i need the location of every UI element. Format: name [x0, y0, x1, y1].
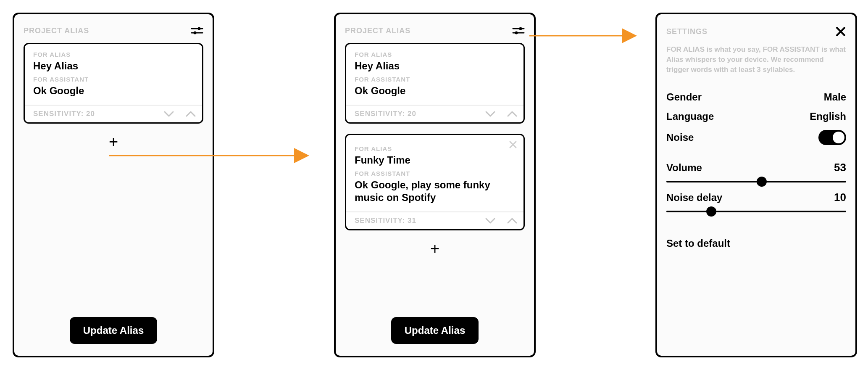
diagram-canvas: PROJECT ALIAS FOR ALIAS Hey Alias FOR AS… [0, 0, 868, 370]
chevron-down-icon[interactable] [485, 217, 496, 225]
chevron-down-icon[interactable] [485, 110, 496, 118]
toggle-knob [833, 132, 844, 143]
sensitivity-label: SENSITIVITY: 31 [355, 217, 416, 225]
close-icon[interactable] [835, 26, 846, 37]
for-alias-label: FOR ALIAS [33, 51, 194, 58]
settings-title: SETTINGS [666, 27, 708, 36]
chevron-up-icon[interactable] [507, 110, 518, 118]
close-icon[interactable] [508, 140, 518, 149]
for-alias-value[interactable]: Hey Alias [355, 60, 515, 72]
slider-thumb[interactable] [706, 206, 716, 217]
app-title: PROJECT ALIAS [24, 26, 89, 35]
for-assistant-value[interactable]: Ok Google [355, 85, 515, 97]
alias-card-body: FOR ALIAS Hey Alias FOR ASSISTANT Ok Goo… [25, 44, 202, 105]
svg-point-1 [198, 27, 201, 30]
sensitivity-steppers [485, 217, 518, 225]
settings-icon[interactable] [512, 26, 525, 35]
setting-value: 10 [834, 191, 846, 204]
set-to-default-button[interactable]: Set to default [666, 238, 846, 249]
update-alias-button[interactable]: Update Alias [391, 317, 479, 344]
panel-header: PROJECT ALIAS [345, 26, 525, 35]
for-alias-value[interactable]: Funky Time [355, 154, 515, 166]
sensitivity-row: SENSITIVITY: 31 [346, 211, 523, 229]
alias-card: FOR ALIAS Hey Alias FOR ASSISTANT Ok Goo… [24, 43, 203, 124]
for-assistant-label: FOR ASSISTANT [355, 76, 515, 83]
update-alias-button[interactable]: Update Alias [70, 317, 157, 344]
chevron-up-icon[interactable] [185, 110, 196, 118]
noise-toggle[interactable] [818, 130, 846, 145]
sensitivity-label: SENSITIVITY: 20 [355, 110, 416, 118]
sensitivity-value: 20 [86, 110, 95, 118]
for-assistant-label: FOR ASSISTANT [33, 76, 194, 83]
panel-settings: SETTINGS FOR ALIAS is what you say, FOR … [655, 13, 857, 357]
alias-card: FOR ALIAS Funky Time FOR ASSISTANT Ok Go… [345, 134, 525, 230]
settings-help-text: FOR ALIAS is what you say, FOR ASSISTANT… [666, 45, 846, 74]
alias-card-body: FOR ALIAS Funky Time FOR ASSISTANT Ok Go… [346, 135, 523, 211]
setting-label: Language [666, 111, 714, 122]
setting-label: Gender [666, 91, 702, 103]
volume-slider[interactable] [666, 181, 846, 182]
sensitivity-value: 31 [408, 217, 416, 225]
panel-footer: Update Alias [345, 317, 525, 347]
sensitivity-prefix: SENSITIVITY: [355, 217, 408, 225]
setting-label: Noise [666, 132, 694, 143]
svg-point-3 [194, 32, 197, 34]
setting-value: English [810, 111, 846, 122]
for-assistant-value[interactable]: Ok Google, play some funky music on Spot… [355, 179, 515, 204]
slider-thumb[interactable] [757, 177, 767, 187]
plus-icon[interactable]: + [430, 242, 439, 255]
sensitivity-value: 20 [408, 110, 416, 118]
panel-footer: Update Alias [24, 317, 203, 347]
panel-alias-multi: PROJECT ALIAS FOR ALIAS Hey Alias FOR AS… [334, 13, 536, 357]
setting-row-language[interactable]: Language English [666, 111, 846, 122]
for-alias-value[interactable]: Hey Alias [33, 60, 194, 72]
app-title: PROJECT ALIAS [345, 26, 410, 35]
settings-icon[interactable] [191, 26, 203, 35]
setting-label: Volume [666, 162, 702, 174]
sensitivity-row: SENSITIVITY: 20 [346, 105, 523, 122]
plus-icon[interactable]: + [109, 135, 118, 148]
sensitivity-label: SENSITIVITY: 20 [33, 110, 95, 118]
add-row: + [345, 242, 525, 255]
chevron-up-icon[interactable] [507, 217, 518, 225]
setting-row-volume: Volume 53 [666, 161, 846, 182]
panel-header: PROJECT ALIAS [24, 26, 203, 35]
sensitivity-prefix: SENSITIVITY: [355, 110, 408, 118]
setting-value: Male [824, 91, 846, 103]
flow-arrow-settings [529, 27, 651, 44]
for-alias-label: FOR ALIAS [355, 51, 515, 58]
panel-header: SETTINGS [666, 26, 846, 37]
for-assistant-value[interactable]: Ok Google [33, 85, 194, 97]
add-row: + [24, 135, 203, 148]
panel-alias-single: PROJECT ALIAS FOR ALIAS Hey Alias FOR AS… [13, 13, 214, 357]
sensitivity-row: SENSITIVITY: 20 [25, 105, 202, 122]
for-alias-label: FOR ALIAS [355, 145, 515, 152]
setting-value: 53 [834, 161, 846, 174]
alias-card-body: FOR ALIAS Hey Alias FOR ASSISTANT Ok Goo… [346, 44, 523, 105]
setting-label: Noise delay [666, 192, 722, 204]
svg-point-5 [519, 27, 522, 30]
setting-row-noise-delay: Noise delay 10 [666, 191, 846, 212]
sensitivity-steppers [485, 110, 518, 118]
setting-row-noise: Noise [666, 130, 846, 145]
sensitivity-steppers [163, 110, 196, 118]
sensitivity-prefix: SENSITIVITY: [33, 110, 86, 118]
svg-point-7 [515, 32, 518, 34]
chevron-down-icon[interactable] [163, 110, 174, 118]
noise-delay-slider[interactable] [666, 211, 846, 212]
for-assistant-label: FOR ASSISTANT [355, 170, 515, 177]
setting-row-gender[interactable]: Gender Male [666, 91, 846, 103]
alias-card: FOR ALIAS Hey Alias FOR ASSISTANT Ok Goo… [345, 43, 525, 124]
